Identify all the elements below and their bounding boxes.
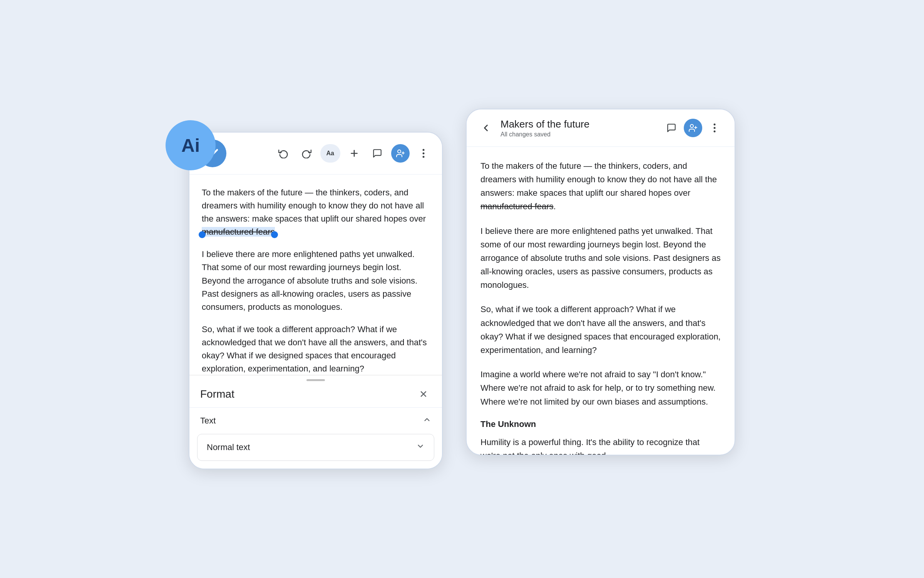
ai-bubble-text: Ai bbox=[181, 135, 200, 156]
svg-point-5 bbox=[423, 149, 425, 151]
chevron-up-icon bbox=[423, 415, 431, 426]
drag-indicator bbox=[189, 375, 442, 383]
editor-toolbar: Aa bbox=[189, 133, 442, 175]
comment-button[interactable] bbox=[368, 144, 387, 163]
strikethrough-text: manufactured fears bbox=[202, 227, 275, 237]
tablet-paragraph-1: To the makers of the future — the thinke… bbox=[480, 159, 721, 213]
format-panel: Format ✕ Text bbox=[189, 375, 442, 469]
tablet-comment-button[interactable] bbox=[662, 119, 681, 137]
text-section: Text Normal text bbox=[189, 407, 442, 469]
tablet-share-button[interactable] bbox=[684, 119, 702, 137]
format-panel-title: Format bbox=[200, 388, 234, 400]
tablet-paragraph-4: Imagine a world where we're not afraid t… bbox=[480, 368, 721, 408]
left-paragraph-3: So, what if we took a different approach… bbox=[202, 323, 430, 375]
tablet-header: Makers of the future All changes saved bbox=[467, 109, 735, 147]
format-panel-close[interactable]: ✕ bbox=[416, 386, 431, 402]
tablet-paragraph-5: Humility is a powerful thing. It's the a… bbox=[480, 435, 721, 455]
tablet-paragraph-3: So, what if we took a different approach… bbox=[480, 302, 721, 357]
tablet-toolbar-icons bbox=[662, 119, 724, 137]
undo-button[interactable] bbox=[274, 144, 293, 163]
normal-text-dropdown[interactable]: Normal text bbox=[197, 434, 434, 461]
svg-point-7 bbox=[423, 156, 425, 158]
selection-handle-left bbox=[199, 231, 206, 238]
close-icon: ✕ bbox=[419, 388, 428, 400]
tablet-doc-title: Makers of the future bbox=[500, 118, 656, 131]
selection-handle-right bbox=[271, 231, 278, 238]
text-section-header[interactable]: Text bbox=[189, 408, 442, 434]
tablet-doc-content: To the makers of the future — the thinke… bbox=[467, 147, 735, 455]
dropdown-arrow-icon bbox=[416, 442, 425, 453]
tablet-editor-card: Makers of the future All changes saved bbox=[466, 109, 735, 455]
tablet-doc-subtitle: All changes saved bbox=[500, 131, 656, 138]
back-button[interactable] bbox=[477, 119, 494, 136]
add-button[interactable] bbox=[345, 144, 363, 163]
svg-point-12 bbox=[714, 127, 716, 129]
svg-point-6 bbox=[423, 153, 425, 155]
tablet-title-block: Makers of the future All changes saved bbox=[500, 118, 656, 138]
svg-point-8 bbox=[690, 124, 693, 128]
tablet-strikethrough-text: manufactured fears bbox=[480, 202, 554, 211]
svg-point-2 bbox=[398, 150, 401, 153]
drag-handle bbox=[306, 379, 325, 381]
ai-bubble: Ai bbox=[166, 120, 216, 170]
tablet-heading-1: The Unknown bbox=[480, 419, 721, 429]
left-doc-content: To the makers of the future — the thinke… bbox=[189, 175, 442, 375]
text-format-button[interactable]: Aa bbox=[320, 144, 340, 163]
format-dropdown-container: Normal text bbox=[189, 434, 442, 469]
tablet-paragraph-2: I believe there are more enlightened pat… bbox=[480, 224, 721, 292]
text-section-title: Text bbox=[200, 416, 216, 426]
left-paragraph-1: To the makers of the future — the thinke… bbox=[202, 186, 430, 239]
format-panel-header: Format ✕ bbox=[189, 383, 442, 407]
left-paragraph-2: I believe there are more enlightened pat… bbox=[202, 248, 430, 313]
svg-point-11 bbox=[714, 123, 716, 125]
redo-button[interactable] bbox=[297, 144, 316, 163]
text-format-label: Aa bbox=[326, 150, 334, 157]
mobile-editor-card: Aa bbox=[189, 132, 443, 469]
tablet-more-button[interactable] bbox=[705, 119, 724, 137]
more-button[interactable] bbox=[414, 144, 433, 163]
share-button[interactable] bbox=[391, 144, 410, 163]
normal-text-label: Normal text bbox=[207, 442, 250, 452]
svg-point-13 bbox=[714, 130, 716, 132]
